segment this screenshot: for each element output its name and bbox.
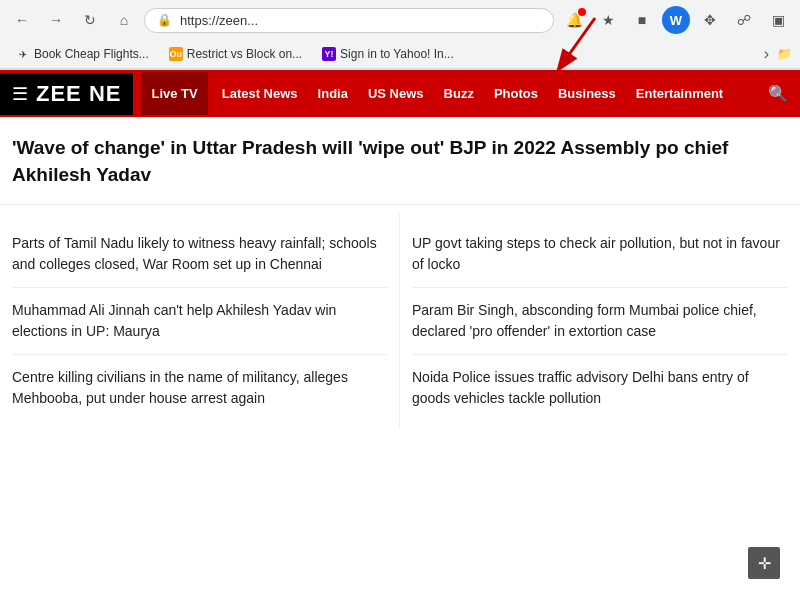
yahoo-icon: Y! <box>322 47 336 61</box>
nav-photos[interactable]: Photos <box>484 72 548 115</box>
hamburger-menu[interactable]: ☰ <box>12 83 28 105</box>
star-button[interactable]: ★ <box>594 6 622 34</box>
main-headline[interactable]: 'Wave of change' in Uttar Pradesh will '… <box>12 135 788 188</box>
flights-icon: ✈ <box>16 47 30 61</box>
bookmark-flights-label: Book Cheap Flights... <box>34 47 149 61</box>
url-text: https://zeen... <box>180 13 541 28</box>
bookmarks-more[interactable]: › <box>764 45 769 63</box>
bookmark-restrict-label: Restrict vs Block on... <box>187 47 302 61</box>
nav-buzz[interactable]: Buzz <box>434 72 484 115</box>
list-item[interactable]: Noida Police issues traffic advisory Del… <box>412 355 788 421</box>
list-item[interactable]: Parts of Tamil Nadu likely to witness he… <box>12 221 387 288</box>
nav-entertainment[interactable]: Entertainment <box>626 72 733 115</box>
bookmarks-bar: ✈ Book Cheap Flights... Ou Restrict vs B… <box>0 40 800 69</box>
list-item[interactable]: Param Bir Singh, absconding form Mumbai … <box>412 288 788 355</box>
refresh-button[interactable]: ↻ <box>76 6 104 34</box>
restrict-icon: Ou <box>169 47 183 61</box>
collections-button[interactable]: ▣ <box>764 6 792 34</box>
list-item[interactable]: Muhammad Ali Jinnah can't help Akhilesh … <box>12 288 387 355</box>
left-column: Parts of Tamil Nadu likely to witness he… <box>0 213 400 429</box>
bookmark-yahoo[interactable]: Y! Sign in to Yahoo! In... <box>314 44 462 64</box>
right-column: UP govt taking steps to check air pollut… <box>400 213 800 429</box>
site-nav: ☰ ZEE NE Live TV Latest News India US Ne… <box>0 70 800 117</box>
nav-india[interactable]: India <box>308 72 358 115</box>
address-bar[interactable]: 🔒 https://zeen... <box>144 8 554 33</box>
site-logo: ZEE NE <box>36 81 121 106</box>
nav-us-news[interactable]: US News <box>358 72 434 115</box>
bookmark-restrict[interactable]: Ou Restrict vs Block on... <box>161 44 310 64</box>
nav-links: Live TV Latest News India US News Buzz P… <box>133 72 741 115</box>
nav-live-tv[interactable]: Live TV <box>141 72 207 115</box>
lock-icon: 🔒 <box>157 13 172 27</box>
bookmark-yahoo-label: Sign in to Yahoo! In... <box>340 47 454 61</box>
profile-button[interactable]: W <box>662 6 690 34</box>
home-button[interactable]: ⌂ <box>110 6 138 34</box>
content-grid: Parts of Tamil Nadu likely to witness he… <box>0 205 800 437</box>
bookmark-flights[interactable]: ✈ Book Cheap Flights... <box>8 44 157 64</box>
nav-latest-news[interactable]: Latest News <box>212 72 308 115</box>
forward-button[interactable]: → <box>42 6 70 34</box>
search-icon[interactable]: 🔍 <box>756 70 800 117</box>
notification-dot <box>578 8 586 16</box>
main-content: 'Wave of change' in Uttar Pradesh will '… <box>0 117 800 447</box>
notification-button[interactable]: 🔔 <box>560 6 588 34</box>
screenshot-button[interactable]: ■ <box>628 6 656 34</box>
bookmarks-folder-icon[interactable]: 📁 <box>777 47 792 61</box>
logo-area: ☰ ZEE NE <box>0 73 133 115</box>
headline-section: 'Wave of change' in Uttar Pradesh will '… <box>0 127 800 205</box>
extensions-button[interactable]: ✥ <box>696 6 724 34</box>
favorites-button[interactable]: ☍ <box>730 6 758 34</box>
back-button[interactable]: ← <box>8 6 36 34</box>
nav-business[interactable]: Business <box>548 72 626 115</box>
list-item[interactable]: UP govt taking steps to check air pollut… <box>412 221 788 288</box>
list-item[interactable]: Centre killing civilians in the name of … <box>12 355 387 421</box>
website-content: ☰ ZEE NE Live TV Latest News India US Ne… <box>0 70 800 447</box>
